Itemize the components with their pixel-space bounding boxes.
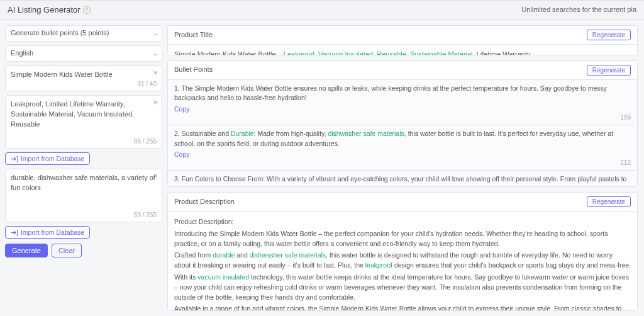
chevron-down-icon: ⌄ xyxy=(153,49,158,59)
copy-bullet[interactable]: Copy xyxy=(174,150,631,160)
section-product-title: Product Title Regenerate Simple Modern K… xyxy=(167,25,638,55)
generated-description: Product Description: Introducing the Sim… xyxy=(168,212,637,311)
import-label: Import from Database xyxy=(21,229,85,236)
topbar: AI Listing Generator ? Unlimited searche… xyxy=(0,0,644,20)
generated-title: Simple Modern Kids Water Bottle – Leakpr… xyxy=(174,50,631,55)
bullet-point: 2. Sustainable and Durable: Made from hi… xyxy=(168,125,637,170)
features-field[interactable]: × 86 / 255 xyxy=(5,95,162,149)
keyword-link[interactable]: Sustainable Material xyxy=(410,50,473,55)
info-icon[interactable]: ? xyxy=(83,6,91,14)
product-name-counter: 31 / 40 xyxy=(137,80,157,89)
bullet-point: 3. Fun Colors to Choose From: With a var… xyxy=(168,170,637,187)
keyword-link[interactable]: Vacuum Insulated xyxy=(318,50,373,55)
regenerate-description-button[interactable]: Regenerate xyxy=(587,196,631,207)
mode-select[interactable]: Generate bullet points (5 points) ⌄ xyxy=(5,25,162,42)
page-title: AI Listing Generator ? xyxy=(8,4,91,16)
generate-button[interactable]: Generate xyxy=(5,244,48,257)
product-name-field[interactable]: × 31 / 40 xyxy=(5,65,162,91)
close-icon[interactable]: × xyxy=(153,69,158,77)
regenerate-bullets-button[interactable]: Regenerate xyxy=(587,65,631,76)
keywords-input[interactable] xyxy=(11,173,157,210)
section-bullet-points: Bullet Points Regenerate 1. The Simple M… xyxy=(167,60,638,188)
import-label: Import from Database xyxy=(21,155,85,162)
import-features-button[interactable]: ➜] Import from Database xyxy=(5,152,90,165)
keyword-link[interactable]: vacuum insulated xyxy=(197,273,249,281)
features-counter: 86 / 255 xyxy=(134,137,157,147)
keyword-link[interactable]: leakproof xyxy=(365,261,392,269)
close-icon[interactable]: × xyxy=(153,172,158,180)
bullet-count: 189 xyxy=(620,113,631,122)
bullet-count: 212 xyxy=(620,158,631,167)
clear-button[interactable]: Clear xyxy=(52,244,82,257)
close-icon[interactable]: × xyxy=(153,98,158,106)
keywords-field[interactable]: × 59 / 255 xyxy=(5,169,162,222)
section-heading: Bullet Points xyxy=(174,65,213,75)
import-keywords-button[interactable]: ➜] Import from Database xyxy=(5,226,90,239)
section-heading: Product Description xyxy=(174,197,235,207)
plan-note: Unlimited searches for the current pla xyxy=(521,5,636,15)
left-panel: Generate bullet points (5 points) ⌄ Engl… xyxy=(5,25,162,311)
results-panel[interactable]: Product Title Regenerate Simple Modern K… xyxy=(167,25,639,311)
copy-bullet[interactable]: Copy xyxy=(174,104,631,115)
keyword-link[interactable]: Leakproof xyxy=(284,50,314,55)
keywords-counter: 59 / 255 xyxy=(134,211,157,220)
keyword-link[interactable]: dishwasher safe materials xyxy=(328,130,404,137)
language-select-value: English xyxy=(11,48,33,59)
bullet-point: 1. The Simple Modern Kids Water Bottle e… xyxy=(168,80,637,125)
section-product-description: Product Description Regenerate Product D… xyxy=(167,192,638,311)
product-name-input[interactable] xyxy=(11,70,157,79)
chevron-down-icon: ⌄ xyxy=(153,29,158,38)
keyword-link[interactable]: dishwasher safe materials xyxy=(250,251,326,259)
features-input[interactable] xyxy=(11,99,157,136)
language-select[interactable]: English ⌄ xyxy=(5,45,162,62)
section-heading: Product Title xyxy=(174,30,213,40)
import-icon: ➜] xyxy=(11,155,18,162)
mode-select-value: Generate bullet points (5 points) xyxy=(11,28,109,38)
page-title-text: AI Listing Generator xyxy=(8,4,80,16)
regenerate-title-button[interactable]: Regenerate xyxy=(587,30,631,40)
import-icon: ➜] xyxy=(11,229,18,236)
keyword-link[interactable]: durable xyxy=(213,251,235,259)
keyword-link[interactable]: Durable xyxy=(231,130,254,137)
keyword-link[interactable]: Reusable xyxy=(377,50,406,55)
